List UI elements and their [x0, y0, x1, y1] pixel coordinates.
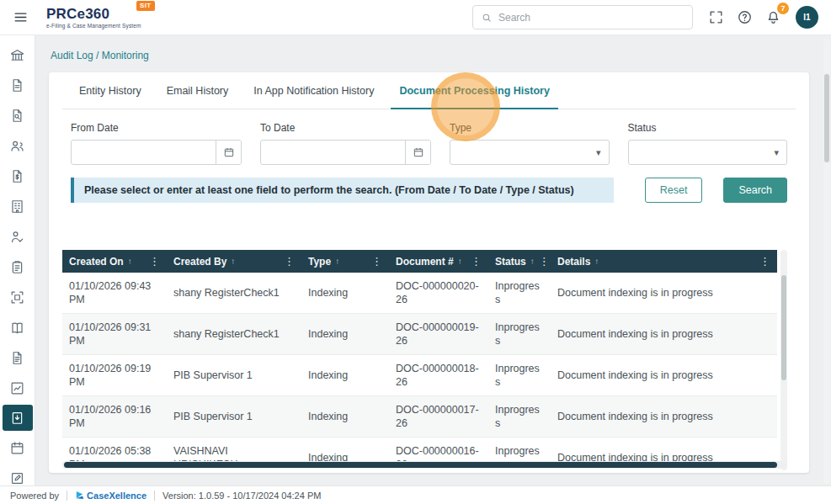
- cell-type: Indexing: [301, 314, 389, 355]
- building-icon: [9, 199, 25, 215]
- filter-from-date: From Date: [71, 122, 242, 165]
- sidebar-item-5[interactable]: [3, 161, 33, 191]
- type-label: Type: [450, 122, 610, 134]
- status-select[interactable]: ▾: [628, 140, 788, 165]
- table-row[interactable]: 01/10/2026 09:31 PM shany RegisterCheck1…: [62, 314, 777, 355]
- table-vertical-scrollbar[interactable]: [780, 250, 787, 470]
- column-header-created-on[interactable]: Created On↑⋮: [62, 250, 167, 273]
- column-header-type[interactable]: Type↑⋮: [301, 250, 389, 273]
- column-menu-icon[interactable]: ⋮: [149, 255, 160, 268]
- search-icon: [481, 12, 493, 24]
- sort-icon[interactable]: ↑: [530, 257, 535, 266]
- table-horizontal-scrollbar[interactable]: [62, 461, 786, 469]
- brand-name: CaseXellence: [87, 491, 146, 501]
- help-button[interactable]: [732, 5, 757, 30]
- scan-icon: [9, 289, 25, 305]
- column-menu-icon[interactable]: ⋮: [539, 255, 550, 268]
- sidebar-item-3[interactable]: [3, 100, 33, 130]
- sidebar-item-10[interactable]: [3, 312, 33, 342]
- notification-badge: 7: [777, 3, 789, 14]
- hamburger-icon: [13, 9, 29, 25]
- tab-in-app-notification-history[interactable]: In App Notification History: [245, 72, 382, 109]
- cell-details: Document indexing is in progress: [551, 355, 777, 396]
- filter-type: Type ▾: [450, 122, 610, 165]
- cell-status: Inprogress: [488, 396, 551, 438]
- sidebar-item-12[interactable]: [3, 373, 33, 403]
- sort-icon[interactable]: ↑: [594, 257, 599, 266]
- environment-badge: SIT: [136, 1, 155, 11]
- sidebar-item-7[interactable]: [3, 221, 33, 252]
- fullscreen-button[interactable]: [703, 5, 728, 30]
- cell-created-by: PIB Supervisor 1: [167, 355, 301, 396]
- to-date-input[interactable]: [261, 146, 405, 158]
- tab-document-processing-history[interactable]: Document Processing History: [391, 72, 558, 109]
- search-input[interactable]: [498, 12, 685, 24]
- menu-toggle-button[interactable]: [8, 6, 32, 29]
- cell-status: Inprogress: [488, 314, 551, 355]
- from-date-input[interactable]: [72, 146, 216, 158]
- tab-entity-history[interactable]: Entity History: [71, 72, 150, 109]
- sidebar-item-15[interactable]: [3, 463, 33, 485]
- cell-document-number: DOC-000000018-26: [389, 355, 488, 396]
- sidebar-item-audit-log[interactable]: [3, 405, 33, 431]
- table-row[interactable]: 01/10/2026 09:43 PM shany RegisterCheck1…: [62, 273, 777, 314]
- sidebar-item-8[interactable]: [3, 252, 33, 282]
- search-hint-message: Please select or enter at least one fiel…: [71, 178, 614, 203]
- tab-bar: Entity History Email History In App Noti…: [62, 72, 796, 109]
- sidebar-item-9[interactable]: [3, 282, 33, 312]
- column-menu-icon[interactable]: ⋮: [284, 255, 295, 268]
- cell-type: Indexing: [301, 396, 389, 438]
- to-date-calendar-button[interactable]: [405, 141, 430, 164]
- casexellence-brand[interactable]: CaseXellence: [75, 491, 146, 501]
- sidebar-item-1[interactable]: [3, 40, 33, 70]
- sidebar-item-6[interactable]: [3, 191, 33, 221]
- global-search[interactable]: [472, 5, 693, 29]
- sort-icon[interactable]: ↑: [335, 257, 339, 266]
- notifications-button[interactable]: 7: [760, 5, 786, 30]
- sidebar-item-4[interactable]: [3, 130, 33, 161]
- table-row[interactable]: 01/10/2026 09:16 PM PIB Supervisor 1 Ind…: [62, 396, 777, 438]
- table-row[interactable]: 01/10/2026 09:19 PM PIB Supervisor 1 Ind…: [62, 355, 777, 396]
- cell-type: Indexing: [301, 273, 389, 314]
- breadcrumb[interactable]: Audit Log / Monitoring: [51, 50, 809, 61]
- audit-log-table: Created On↑⋮ Created By↑⋮ Type↑⋮ Documen…: [62, 250, 777, 473]
- page-scrollbar[interactable]: [823, 39, 830, 484]
- column-header-status[interactable]: Status↑⋮: [488, 250, 551, 273]
- search-button[interactable]: Search: [723, 178, 787, 203]
- from-date-calendar-button[interactable]: [216, 141, 241, 164]
- sort-icon[interactable]: ↑: [231, 257, 235, 266]
- scrollbar-thumb[interactable]: [824, 74, 829, 162]
- column-menu-icon[interactable]: ⋮: [471, 255, 482, 268]
- column-label: Created By: [173, 256, 226, 268]
- file-text-icon: [9, 77, 25, 93]
- app-logo[interactable]: PRCe360 e-Filing & Case Management Syste…: [46, 7, 141, 29]
- scrollbar-thumb[interactable]: [64, 462, 777, 468]
- filter-to-date: To Date: [260, 122, 431, 165]
- fullscreen-icon: [708, 9, 724, 25]
- column-header-created-by[interactable]: Created By↑⋮: [167, 250, 301, 273]
- column-menu-icon[interactable]: ⋮: [371, 255, 382, 268]
- tab-email-history[interactable]: Email History: [158, 72, 237, 109]
- column-header-document-number[interactable]: Document #↑⋮: [389, 250, 488, 273]
- reset-button[interactable]: Reset: [645, 178, 703, 203]
- column-menu-icon[interactable]: ⋮: [759, 255, 770, 268]
- type-select[interactable]: ▾: [450, 140, 610, 165]
- cell-document-number: DOC-000000017-26: [389, 396, 488, 438]
- sidebar-item-11[interactable]: [3, 342, 33, 373]
- file-invoice-icon: [9, 168, 25, 184]
- sort-icon[interactable]: ↑: [128, 257, 132, 266]
- user-avatar[interactable]: I1: [796, 6, 818, 29]
- sort-icon[interactable]: ↑: [458, 257, 462, 266]
- scrollbar-thumb[interactable]: [781, 275, 786, 380]
- sidebar-item-14[interactable]: [3, 432, 33, 463]
- main-content: Audit Log / Monitoring Entity History Em…: [35, 35, 831, 485]
- help-icon: [737, 9, 753, 25]
- column-label: Details: [557, 256, 590, 268]
- sidebar-item-2[interactable]: [3, 70, 33, 100]
- search-hint-row: Please select or enter at least one fiel…: [71, 178, 787, 203]
- column-label: Document #: [396, 256, 454, 268]
- chevron-down-icon: ▾: [596, 147, 601, 158]
- column-header-details[interactable]: Details↑⋮: [551, 250, 777, 273]
- filter-bar: From Date To Date: [62, 109, 796, 165]
- cell-status: Inprogress: [488, 273, 551, 314]
